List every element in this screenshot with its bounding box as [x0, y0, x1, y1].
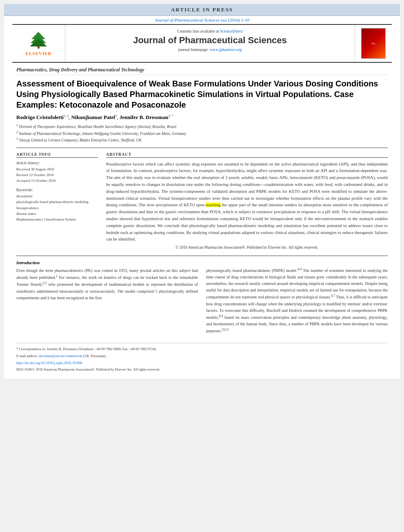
aip-banner: ARTICLE IN PRESS	[4, 4, 400, 16]
abstract-heading: ABSTRACT	[106, 152, 388, 158]
introduction-left-text: Even though the term pharmacokinetics (P…	[16, 267, 198, 301]
elsevier-brand-text: ELSEVIER	[26, 51, 52, 56]
keyword-4: disease states	[16, 211, 98, 216]
email-person: (J.B. Dressman).	[83, 354, 107, 358]
elsevier-logo-area: ELSEVIER	[12, 25, 65, 62]
accepted-date: Accepted 13 October 2016	[16, 178, 98, 183]
keyword-1: dissolution	[16, 193, 98, 199]
correspondence-text: * Correspondence to: Jennifer B. Dressma…	[16, 347, 157, 351]
keyword-2: physiologically based pharmacokinetic mo…	[16, 199, 98, 205]
affiliations: 1 Division of Therapeutic Equivalence, B…	[16, 123, 388, 143]
introduction-columns: Introduction Even though the term pharma…	[16, 260, 388, 337]
introduction-left-col: Introduction Even though the term pharma…	[16, 260, 198, 337]
journal-header: ELSEVIER Contents lists available at Sci…	[12, 24, 392, 63]
article-info-abstract-section: ARTICLE INFO Article history: Received 3…	[16, 148, 388, 250]
contents-label: Contents lists available at	[177, 29, 219, 33]
elsevier-tree-icon	[27, 31, 50, 49]
doi-line: http://dx.doi.org/10.1016/j.xphs.2016.10…	[16, 360, 388, 366]
journal-main-title: Journal of Pharmaceutical Sciences	[73, 35, 346, 46]
sciencedirect-link[interactable]: ScienceDirect	[220, 29, 243, 33]
article-title: Assessment of Bioequivalence of Weak Bas…	[16, 78, 388, 110]
affiliation-3: 3 Simcyp Limited (a Certara Company), Bl…	[16, 137, 388, 143]
email-footnote: E-mail address: dressman@em.uni-frankfur…	[16, 353, 388, 359]
homepage-label: journal homepage:	[178, 47, 209, 52]
page: ARTICLE IN PRESS Journal of Pharmaceutic…	[4, 4, 400, 379]
highlighted-word: reaching	[206, 203, 220, 207]
footer-section: * Correspondence to: Jennifer B. Dressma…	[16, 343, 388, 375]
homepage-link[interactable]: www.jpharmsci.org	[210, 47, 242, 52]
email-link[interactable]: dressman@em.uni-frankfurt.de	[39, 354, 82, 358]
abstract-column: ABSTRACT Postabsorptive factors which ca…	[106, 152, 388, 250]
journal-title-area: Contents lists available at ScienceDirec…	[65, 25, 355, 62]
article-category: Pharmaceutics, Drug Delivery and Pharmac…	[16, 67, 388, 75]
article-info-column: ARTICLE INFO Article history: Received 3…	[16, 152, 98, 250]
author-3-sup: 2, *	[168, 114, 173, 118]
journal-cover-thumbnail: JPS	[361, 28, 386, 59]
received-date: Received 30 August 2016	[16, 166, 98, 172]
journal-reference-line: Journal of Pharmaceutical Sciences xxx (…	[4, 16, 400, 24]
keyword-5: Biopharmaceutics Classification System	[16, 216, 98, 222]
email-label: E-mail address:	[16, 354, 38, 358]
issn-line: 0022-3549/© 2016 American Pharmacists As…	[16, 367, 388, 371]
article-history-title: Article history:	[16, 161, 98, 165]
affiliation-2: 2 Institute of Pharmaceutical Technology…	[16, 130, 388, 137]
homepage-line: journal homepage: www.jpharmsci.org	[73, 47, 346, 52]
doi-link[interactable]: http://dx.doi.org/10.1016/j.xphs.2016.10…	[16, 361, 82, 365]
author-1: Rodrigo Cristofoletti	[16, 114, 64, 120]
keyword-3: bioequivalence	[16, 205, 98, 211]
authors-line: Rodrigo Cristofoletti1, 2, Nikunjkumar P…	[16, 114, 388, 121]
contents-available-line: Contents lists available at ScienceDirec…	[73, 29, 346, 33]
author-2-sup: 3	[115, 114, 117, 118]
introduction-section: Introduction Even though the term pharma…	[16, 256, 388, 337]
abstract-copyright: © 2016 American Pharmacists Association®…	[106, 245, 388, 249]
abstract-body: Postabsorptive factors which can affect …	[106, 161, 388, 243]
author-3: Jennifer B. Dressman	[120, 114, 169, 120]
introduction-right-col: physiologically based pharmacokinetic (P…	[206, 260, 388, 337]
main-content: Pharmaceutics, Drug Delivery and Pharmac…	[4, 63, 400, 379]
revised-date: Revised 12 October 2016	[16, 172, 98, 178]
introduction-heading: Introduction	[16, 260, 198, 265]
keywords-section: Keywords: dissolution physiologically ba…	[16, 188, 98, 223]
journal-thumbnail-area: JPS	[355, 25, 392, 62]
banner-text: ARTICLE IN PRESS	[171, 7, 233, 13]
correspondence-footnote: * Correspondence to: Jennifer B. Dressma…	[16, 347, 388, 352]
author-1-sup: 1, 2	[64, 114, 69, 118]
journal-reference-text: Journal of Pharmaceutical Sciences xxx (…	[155, 18, 249, 22]
introduction-right-text: physiologically based pharmacokinetic (P…	[206, 267, 388, 334]
keywords-title: Keywords:	[16, 188, 98, 192]
article-info-heading: ARTICLE INFO	[16, 152, 98, 158]
author-2: Nikunjkumar Patel	[71, 114, 115, 120]
affiliation-1: 1 Division of Therapeutic Equivalence, B…	[16, 123, 388, 130]
